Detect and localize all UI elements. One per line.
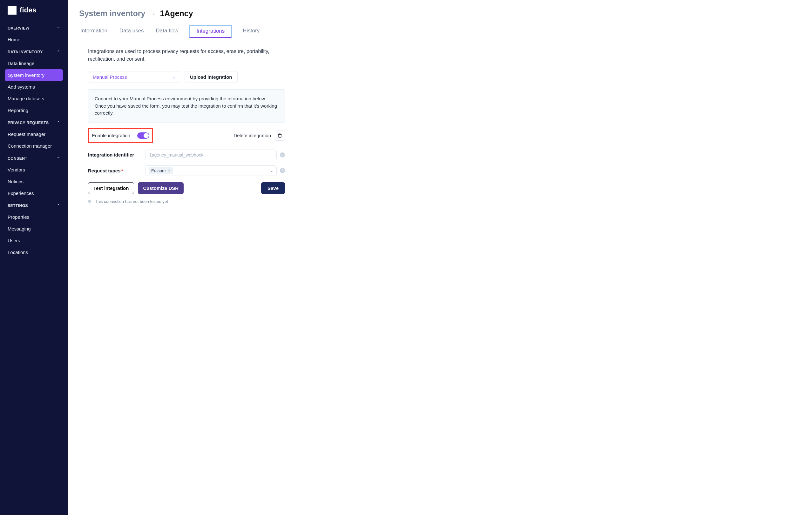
remove-tag-icon[interactable]: ✕: [168, 169, 171, 173]
integration-type-select[interactable]: Manual Process ⌄: [88, 71, 180, 83]
nav-item-notices[interactable]: Notices: [0, 176, 68, 187]
enable-integration-label: Enable integration: [92, 133, 130, 138]
nav-item-system-inventory[interactable]: System inventory: [5, 69, 63, 81]
nav-item-request-manager[interactable]: Request manager: [0, 128, 68, 140]
nav-item-users[interactable]: Users: [0, 235, 68, 246]
nav-section-label: CONSENT: [8, 156, 27, 161]
nav-item-add-systems[interactable]: Add systems: [0, 81, 68, 93]
tabs: Information Data uses Data flow Integrat…: [79, 25, 801, 38]
request-types-label: Request types*: [88, 168, 145, 173]
nav-section-label: DATA INVENTORY: [8, 50, 43, 54]
status-dot-icon: [88, 200, 91, 203]
info-box: Connect to your Manual Process environme…: [88, 89, 285, 123]
delete-integration-label: Delete integration: [233, 133, 271, 138]
nav-item-locations[interactable]: Locations: [0, 246, 68, 258]
toggle-knob: [144, 133, 149, 138]
main: System inventory → 1Agency Information D…: [68, 0, 812, 515]
chevron-up-icon: ⌃: [57, 50, 60, 54]
nav-item-properties[interactable]: Properties: [0, 211, 68, 223]
tab-data-uses[interactable]: Data uses: [118, 25, 145, 38]
chevron-up-icon: ⌃: [57, 156, 60, 161]
help-icon[interactable]: ?: [280, 152, 285, 157]
nav-section-label: PRIVACY REQUESTS: [8, 121, 49, 125]
delete-integration-button[interactable]: [275, 130, 285, 141]
upload-integration-button[interactable]: Upload integration: [184, 71, 238, 83]
connection-status-text: This connection has not been tested yet: [95, 199, 168, 204]
nav-section-data-inventory[interactable]: DATA INVENTORY ⌃: [0, 46, 68, 58]
request-type-tag: Erasure ✕: [149, 167, 173, 174]
help-icon[interactable]: ?: [280, 168, 285, 173]
request-types-label-text: Request types: [88, 168, 121, 173]
tab-history[interactable]: History: [241, 25, 261, 38]
chevron-up-icon: ⌃: [57, 121, 60, 125]
customize-dsr-button[interactable]: Customize DSR: [138, 182, 184, 194]
nav-item-connection-manager[interactable]: Connection manager: [0, 140, 68, 152]
chevron-up-icon: ⌃: [57, 204, 60, 208]
brand: fides: [0, 6, 68, 22]
enable-integration-toggle[interactable]: [137, 132, 149, 139]
nav-item-vendors[interactable]: Vendors: [0, 164, 68, 176]
integration-identifier-input[interactable]: [145, 150, 277, 160]
save-button[interactable]: Save: [261, 182, 285, 194]
integration-type-value: Manual Process: [93, 74, 127, 80]
nav-item-data-lineage[interactable]: Data lineage: [0, 58, 68, 69]
nav-item-experiences[interactable]: Experiences: [0, 187, 68, 199]
nav-section-label: SETTINGS: [8, 204, 28, 208]
tab-integrations[interactable]: Integrations: [189, 25, 232, 38]
integration-identifier-label: Integration identifier: [88, 152, 145, 157]
chevron-up-icon: ⌃: [57, 26, 60, 30]
nav-section-overview[interactable]: OVERVIEW ⌃: [0, 22, 68, 34]
nav-item-manage-datasets[interactable]: Manage datasets: [0, 93, 68, 104]
nav-section-consent[interactable]: CONSENT ⌃: [0, 152, 68, 164]
tab-content: Integrations are used to process privacy…: [79, 38, 370, 204]
brand-name: fides: [20, 6, 36, 14]
breadcrumb: System inventory → 1Agency: [79, 9, 801, 18]
breadcrumb-prev[interactable]: System inventory: [79, 9, 145, 18]
request-type-tag-label: Erasure: [151, 168, 166, 173]
nav-item-home[interactable]: Home: [0, 34, 68, 46]
brand-logo-icon: [8, 6, 17, 14]
arrow-right-icon: →: [149, 9, 156, 18]
test-integration-button[interactable]: Test integration: [88, 182, 134, 194]
chevron-down-icon: ⌄: [172, 75, 175, 80]
chevron-down-icon: ⌄: [270, 169, 273, 173]
intro-text: Integrations are used to process privacy…: [88, 48, 279, 63]
request-types-select[interactable]: Erasure ✕ ⌄: [145, 165, 277, 176]
nav-section-label: OVERVIEW: [8, 26, 29, 30]
nav-item-reporting[interactable]: Reporting: [0, 104, 68, 116]
nav-item-messaging[interactable]: Messaging: [0, 223, 68, 235]
sidebar: fides OVERVIEW ⌃ Home DATA INVENTORY ⌃ D…: [0, 0, 68, 515]
nav-section-settings[interactable]: SETTINGS ⌃: [0, 199, 68, 211]
nav-section-privacy-requests[interactable]: PRIVACY REQUESTS ⌃: [0, 116, 68, 128]
trash-icon: [278, 133, 282, 138]
connection-status: This connection has not been tested yet: [88, 199, 364, 204]
tab-data-flow[interactable]: Data flow: [155, 25, 180, 38]
breadcrumb-current: 1Agency: [160, 9, 193, 18]
highlight-annotation: Enable integration: [88, 128, 153, 143]
tab-information[interactable]: Information: [79, 25, 109, 38]
